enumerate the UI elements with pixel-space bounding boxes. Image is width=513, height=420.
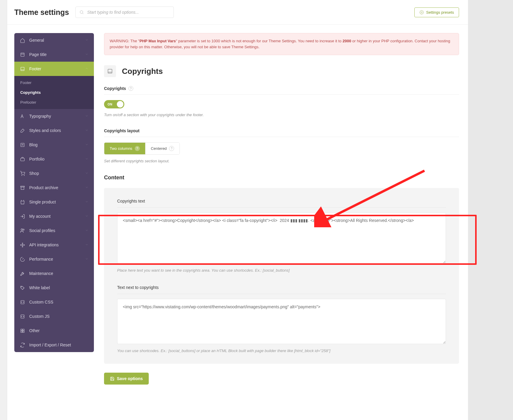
sidebar-item-label: Single product [29, 200, 56, 204]
layout-option-two-columns[interactable]: Two columns? [104, 143, 145, 154]
chevron-down-icon [85, 200, 89, 204]
sidebar-item-label: Product archive [29, 185, 58, 190]
sidebar-item-blog[interactable]: Blog [14, 138, 94, 152]
sidebar-item-shop[interactable]: Shop [14, 166, 94, 181]
toggle-knob [117, 101, 123, 108]
sidebar-item-other[interactable]: Other [14, 323, 94, 338]
svg-rect-29 [108, 69, 112, 73]
layout-option-centered[interactable]: Centered? [145, 143, 179, 154]
copyrights-text-desc: Place here text you want to see in the c… [117, 268, 446, 273]
sidebar-item-label: White label [29, 285, 50, 290]
chevron-down-icon [85, 52, 89, 57]
copyrights-text-input[interactable] [117, 212, 446, 264]
archive-icon [20, 185, 25, 190]
copyrights-toggle-desc: Turn on/off a section with your copyrigh… [104, 113, 459, 117]
svg-line-1 [83, 13, 83, 14]
svg-point-20 [20, 245, 21, 245]
svg-rect-5 [21, 67, 24, 70]
next-text-input[interactable] [117, 299, 446, 344]
presets-label: Settings presets [426, 10, 454, 15]
sidebar-item-api[interactable]: API integrations [14, 238, 94, 252]
content-heading: Content [104, 175, 459, 181]
sidebar-sub-copyrights[interactable]: Copyrights [14, 88, 94, 97]
svg-point-11 [21, 175, 22, 175]
section-title: Copyrights [122, 67, 163, 76]
sidebar-item-label: Other [29, 328, 40, 333]
search-icon [79, 10, 84, 15]
svg-rect-7 [21, 143, 24, 146]
sidebar-item-label: Import / Export / Reset [29, 343, 71, 347]
svg-point-2 [421, 12, 422, 13]
gear-icon [419, 10, 424, 15]
sidebar-item-page-title[interactable]: Page title [14, 47, 94, 62]
section-icon [104, 65, 116, 77]
sidebar-item-general[interactable]: General [14, 33, 94, 47]
help-icon[interactable]: ? [169, 146, 174, 151]
sidebar-item-white-label[interactable]: White label [14, 281, 94, 295]
sidebar-item-product-archive[interactable]: Product archive [14, 181, 94, 195]
sidebar-item-label: Maintenance [29, 271, 53, 276]
sidebar-item-styles[interactable]: Styles and colors [14, 123, 94, 138]
sidebar-item-custom-js[interactable]: Custom JS [14, 309, 94, 323]
typography-icon [20, 113, 25, 119]
copyrights-text-label: Copyrights text [117, 199, 446, 208]
sidebar-item-import-export[interactable]: Import / Export / Reset [14, 338, 94, 352]
save-options-button[interactable]: Save options [104, 373, 149, 385]
sidebar-sub-prefooter[interactable]: Prefooter [14, 97, 94, 107]
sidebar-item-custom-css[interactable]: Custom CSS [14, 295, 94, 309]
sidebar-item-label: Page title [29, 52, 47, 57]
svg-rect-10 [21, 158, 24, 161]
search-wrap [75, 7, 174, 18]
sidebar-item-label: API integrations [29, 242, 59, 247]
copyrights-toggle-label: Copyrights [104, 86, 126, 91]
save-icon [110, 377, 114, 381]
sidebar-sub-footer[interactable]: Footer [14, 78, 94, 88]
blog-icon [20, 142, 25, 147]
chevron-down-icon [85, 257, 89, 262]
chevron-down-icon [85, 185, 89, 190]
chevron-down-icon [85, 214, 89, 219]
svg-rect-14 [21, 187, 24, 189]
tag-icon [20, 285, 25, 290]
sidebar-item-label: Typography [29, 114, 51, 119]
grid-icon [20, 328, 25, 333]
sidebar-item-portfolio[interactable]: Portfolio [14, 152, 94, 166]
layout-segmented: Two columns? Centered? [104, 142, 180, 155]
bag-icon [20, 199, 25, 205]
sidebar-item-label: Shop [29, 171, 39, 176]
sidebar-item-label: Custom JS [29, 314, 49, 319]
sidebar-item-single-product[interactable]: Single product [14, 195, 94, 209]
sidebar-item-social[interactable]: Social profiles [14, 223, 94, 238]
sidebar-footer-subitems: Footer Copyrights Prefooter [14, 76, 94, 109]
gauge-icon [20, 256, 25, 262]
svg-point-0 [80, 11, 83, 13]
sidebar-item-label: Blog [29, 142, 38, 147]
page-icon [20, 52, 25, 57]
chevron-down-icon [85, 114, 89, 119]
warning-message: WARNING: The "PHP Max Input Vars" parame… [104, 33, 459, 55]
svg-rect-28 [23, 331, 24, 332]
sidebar-item-performance[interactable]: Performance [14, 252, 94, 266]
settings-presets-button[interactable]: Settings presets [414, 7, 459, 17]
help-icon[interactable]: ? [128, 86, 133, 91]
wrench-icon [20, 271, 25, 276]
sidebar-item-footer[interactable]: Footer [14, 62, 94, 76]
sidebar-item-typography[interactable]: Typography [14, 109, 94, 123]
next-text-label: Text next to copyrights [117, 285, 446, 294]
chevron-up-icon [85, 66, 89, 71]
copyrights-toggle[interactable]: ON [104, 100, 124, 108]
next-text-desc: You can use shortcodes. Ex.: [social_but… [117, 349, 446, 353]
sidebar-item-maintenance[interactable]: Maintenance [14, 266, 94, 281]
toggle-on-label: ON [108, 103, 112, 106]
sidebar-item-label: Portfolio [29, 157, 44, 161]
chevron-down-icon [85, 228, 89, 233]
sidebar-item-label: General [29, 38, 44, 43]
home-icon [20, 38, 25, 43]
search-input[interactable] [75, 7, 174, 18]
help-icon[interactable]: ? [135, 146, 140, 151]
page-title: Theme settings [14, 8, 69, 17]
brush-icon [20, 128, 25, 133]
svg-point-15 [21, 229, 23, 231]
sidebar-item-my-account[interactable]: My account [14, 209, 94, 223]
svg-point-17 [22, 244, 23, 245]
